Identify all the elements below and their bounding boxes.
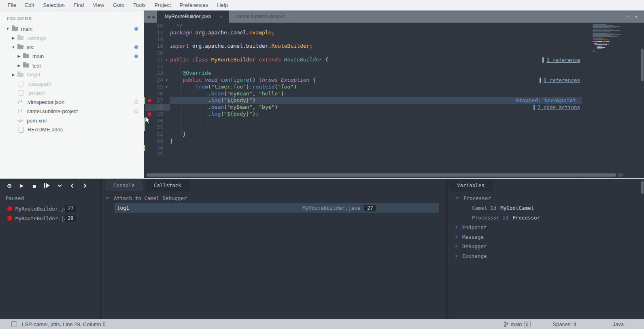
- editor-tab-myroutebuilder-java[interactable]: MyRouteBuilder.java×: [157, 11, 228, 23]
- breakpoint-item[interactable]: MyRouteBuilder.java29: [0, 214, 100, 223]
- sidebar-item-test[interactable]: ▶test: [0, 61, 144, 70]
- code-line-21[interactable]: 21▼public class MyRouteBuilder extends R…: [144, 57, 582, 63]
- new-tab-icon[interactable]: +: [626, 13, 629, 20]
- play-icon[interactable]: ▶: [17, 181, 26, 190]
- annotation-1-reference[interactable]: 1 reference: [542, 57, 580, 63]
- sidebar-item-main[interactable]: ▼main: [0, 24, 144, 34]
- annotation-link[interactable]: 7 code actions: [538, 104, 580, 110]
- breakpoint-gutter[interactable]: [145, 70, 153, 77]
- breakpoint-gutter[interactable]: [145, 50, 153, 57]
- breakpoint-gutter[interactable]: [145, 124, 153, 131]
- fold-arrow-icon[interactable]: [163, 97, 170, 104]
- breakpoint-gutter[interactable]: [145, 36, 153, 43]
- breakpoint-dot[interactable]: [145, 97, 153, 104]
- breakpoint-gutter[interactable]: [145, 30, 153, 36]
- annotation-link[interactable]: 1 reference: [546, 57, 580, 63]
- sidebar-item-camel-sublime-project[interactable]: /*camel.sublime-project: [0, 107, 144, 116]
- sidebar-item-src[interactable]: ▼src: [0, 42, 144, 52]
- fold-arrow-icon[interactable]: [163, 118, 170, 124]
- code-line-31[interactable]: 31: [144, 124, 582, 131]
- code-line-35[interactable]: 35: [144, 151, 582, 158]
- code-line-25[interactable]: 25▼ from("timer:foo").routeId("foo"): [144, 84, 582, 91]
- sidebar-item-main[interactable]: ▶main: [0, 52, 144, 61]
- annotation-0-references[interactable]: 0 references: [540, 77, 580, 84]
- stop-icon[interactable]: ■: [30, 181, 39, 190]
- chevron-down-icon[interactable]: [55, 181, 64, 190]
- breakpoint-gutter[interactable]: [145, 91, 153, 97]
- code-line-33[interactable]: 33}: [144, 138, 582, 145]
- menu-help[interactable]: Help: [213, 0, 232, 11]
- code-line-30[interactable]: 30: [144, 118, 582, 124]
- fold-arrow-icon[interactable]: [163, 131, 170, 138]
- code-line-28[interactable]: 28 .bean("myBean", "bye"): [144, 104, 582, 111]
- git-branch-indicator[interactable]: main 8: [504, 321, 530, 327]
- menu-find[interactable]: Find: [69, 0, 88, 11]
- code-line-34[interactable]: 34: [144, 145, 582, 152]
- fold-arrow-icon[interactable]: ▼: [163, 57, 170, 63]
- fold-arrow-icon[interactable]: [163, 151, 170, 158]
- code-line-24[interactable]: 24▼ public void configure() throws Excep…: [144, 77, 582, 84]
- code-line-26[interactable]: 26 .bean("myBean", "hello"): [144, 91, 582, 97]
- menu-project[interactable]: Project: [150, 0, 175, 11]
- indent-setting[interactable]: Spaces: 4: [553, 321, 576, 327]
- tab-callstack[interactable]: Callstack: [146, 179, 189, 191]
- settings-icon[interactable]: ⚙: [5, 181, 14, 190]
- menu-selection[interactable]: Selection: [38, 0, 69, 11]
- fold-arrow-icon[interactable]: [163, 36, 170, 43]
- menu-tools[interactable]: Tools: [129, 0, 150, 11]
- fold-arrow-icon[interactable]: ▼: [163, 84, 170, 91]
- menu-goto[interactable]: Goto: [108, 0, 129, 11]
- fold-arrow-icon[interactable]: [163, 30, 170, 36]
- tab-nav-forward-icon[interactable]: ▶: [153, 15, 156, 19]
- tab-close-icon[interactable]: ×: [220, 14, 223, 20]
- breakpoint-gutter[interactable]: [145, 84, 153, 91]
- code-line-20[interactable]: 20: [144, 50, 582, 57]
- breakpoint-gutter[interactable]: [145, 145, 153, 152]
- breakpoint-gutter[interactable]: [145, 63, 153, 70]
- variable-group-endpoint[interactable]: Endpoint: [454, 224, 487, 230]
- variable-group-processor[interactable]: Processor: [455, 195, 491, 201]
- fold-arrow-icon[interactable]: [163, 124, 170, 131]
- code-line-18[interactable]: 18: [144, 36, 582, 43]
- code-line-19[interactable]: 19import org.apache.camel.builder.RouteB…: [144, 43, 582, 50]
- tab-close-icon[interactable]: ×: [294, 14, 297, 20]
- callstack-thread[interactable]: Attach to Camel Debugger: [105, 195, 187, 201]
- code-line-23[interactable]: 23 @Override: [144, 70, 582, 77]
- sidebar-item--vimspector-json[interactable]: /*.vimspector.json: [0, 98, 144, 107]
- annotation-link[interactable]: 0 references: [544, 77, 580, 83]
- code-line-32[interactable]: 32 }: [144, 131, 582, 138]
- sidebar-item--settings[interactable]: ▶.settings: [0, 34, 144, 43]
- tab-nav-back-icon[interactable]: ◀: [147, 15, 150, 19]
- code-line-17[interactable]: 17package org.apache.camel.example;: [144, 30, 582, 36]
- sidebar-item--classpath[interactable]: .classpath: [0, 79, 144, 89]
- breakpoint-item[interactable]: MyRouteBuilder.java27: [0, 204, 100, 213]
- variable-group-debugger[interactable]: Debugger: [454, 243, 487, 249]
- fold-arrow-icon[interactable]: [163, 91, 170, 97]
- sidebar-item-pom-xml[interactable]: <>pom.xml: [0, 116, 144, 125]
- menu-file[interactable]: File: [3, 0, 21, 11]
- chevron-left-icon[interactable]: [68, 181, 77, 190]
- breakpoint-gutter[interactable]: [145, 104, 153, 111]
- breakpoint-gutter[interactable]: [145, 151, 153, 158]
- chevron-right-icon[interactable]: [80, 181, 89, 190]
- code-line-16[interactable]: 16 */: [144, 23, 582, 30]
- menu-view[interactable]: View: [88, 0, 108, 11]
- editor-tab-camel-sublime-project[interactable]: camel.sublime-project×: [229, 11, 303, 23]
- sidebar-item--project[interactable]: .project: [0, 89, 144, 98]
- tab-console[interactable]: Console: [105, 179, 143, 191]
- breakpoint-gutter[interactable]: [145, 131, 153, 138]
- breakpoint-gutter[interactable]: [145, 138, 153, 145]
- variable-group-message[interactable]: Message: [454, 234, 484, 240]
- menu-preferences[interactable]: Preferences: [175, 0, 213, 11]
- fold-arrow-icon[interactable]: [163, 145, 170, 152]
- panel-scrollbar[interactable]: [641, 181, 644, 194]
- fold-arrow-icon[interactable]: [163, 138, 170, 145]
- syntax-setting[interactable]: Java: [613, 321, 624, 327]
- breakpoint-gutter[interactable]: [145, 57, 153, 63]
- code-line-22[interactable]: 22: [144, 63, 582, 70]
- minimap[interactable]: [582, 23, 641, 178]
- breakpoint-gutter[interactable]: [145, 43, 153, 50]
- sidebar-item-readme-adoc[interactable]: README.adoc: [0, 125, 144, 135]
- code-editor[interactable]: 16 */17package org.apache.camel.example;…: [144, 23, 644, 178]
- annotation-7-code-actions[interactable]: 7 code actions: [533, 104, 580, 111]
